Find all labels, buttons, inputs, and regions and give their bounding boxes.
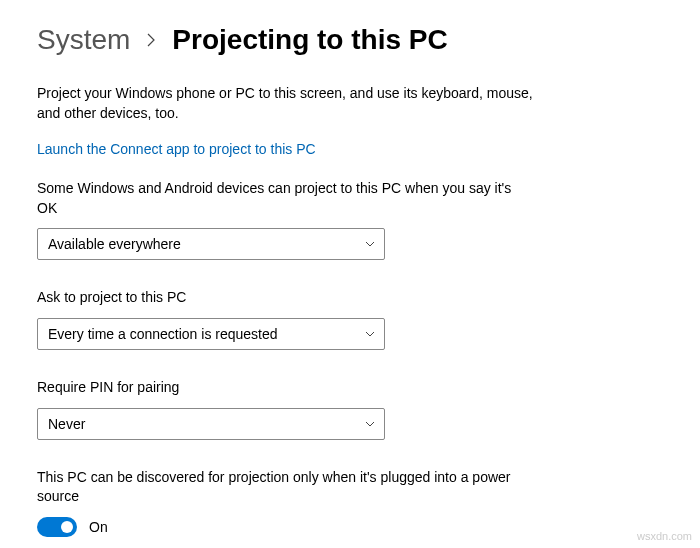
chevron-down-icon xyxy=(364,238,376,250)
launch-connect-link[interactable]: Launch the Connect app to project to thi… xyxy=(37,141,316,157)
watermark: wsxdn.com xyxy=(637,530,692,542)
ask-dropdown[interactable]: Every time a connection is requested xyxy=(37,318,385,350)
pin-label: Require PIN for pairing xyxy=(37,378,527,398)
toggle-thumb xyxy=(61,521,73,533)
availability-value: Available everywhere xyxy=(48,236,181,252)
chevron-down-icon xyxy=(364,328,376,340)
breadcrumb-parent[interactable]: System xyxy=(37,24,130,56)
discovery-label: This PC can be discovered for projection… xyxy=(37,468,527,507)
chevron-right-icon xyxy=(144,29,158,52)
breadcrumb: System Projecting to this PC xyxy=(37,24,663,56)
availability-label: Some Windows and Android devices can pro… xyxy=(37,179,527,218)
availability-dropdown[interactable]: Available everywhere xyxy=(37,228,385,260)
page-description: Project your Windows phone or PC to this… xyxy=(37,84,537,123)
discovery-toggle-row: On xyxy=(37,517,663,537)
discovery-toggle[interactable] xyxy=(37,517,77,537)
ask-label: Ask to project to this PC xyxy=(37,288,527,308)
chevron-down-icon xyxy=(364,418,376,430)
pin-value: Never xyxy=(48,416,85,432)
pin-dropdown[interactable]: Never xyxy=(37,408,385,440)
page-title: Projecting to this PC xyxy=(172,24,447,56)
discovery-toggle-label: On xyxy=(89,519,108,535)
ask-value: Every time a connection is requested xyxy=(48,326,278,342)
